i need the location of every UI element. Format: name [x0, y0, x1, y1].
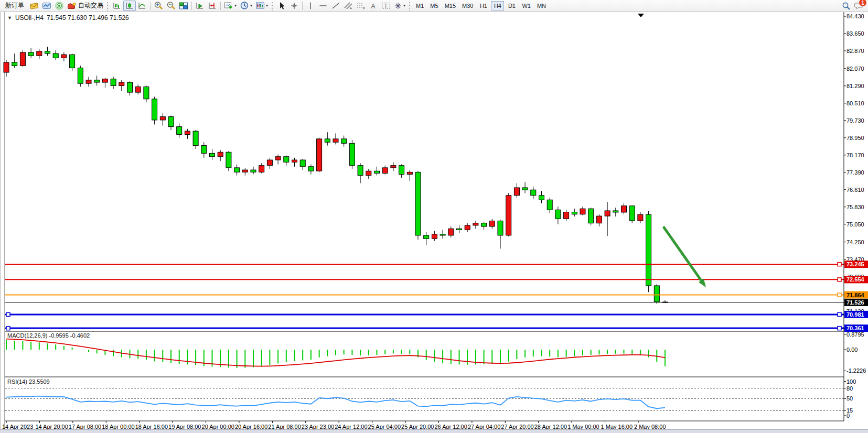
line-chart-button[interactable] [136, 1, 148, 11]
arrows-button[interactable]: ▾ [392, 1, 407, 11]
template-icon [255, 2, 265, 10]
channel-button[interactable]: E [342, 1, 355, 11]
templates-button[interactable]: ▾ [254, 1, 270, 11]
tile-windows-button[interactable] [177, 1, 190, 11]
candle-bear [111, 79, 116, 86]
candle-bull [267, 160, 272, 166]
cursor-button[interactable] [275, 1, 288, 11]
line-anchor[interactable] [838, 278, 841, 282]
timeframe-h4[interactable]: H4 [491, 1, 504, 10]
candle-bear [588, 209, 594, 223]
candle-bull [638, 214, 643, 221]
candle-bear [308, 167, 314, 171]
trend-arrow-object[interactable] [664, 228, 706, 287]
line-anchor[interactable] [6, 312, 10, 316]
candle-bear [78, 68, 83, 84]
candle-bull [185, 131, 190, 134]
candlestick-chart-icon [125, 2, 134, 10]
text-button[interactable]: A [367, 1, 380, 11]
timeframe-d1[interactable]: D1 [505, 1, 518, 10]
candle-bear [144, 87, 149, 99]
arrow-shaft[interactable] [664, 228, 701, 280]
timeframe-w1[interactable]: W1 [519, 1, 533, 10]
candle-bull [580, 209, 585, 214]
candle-bear [539, 196, 544, 200]
bar-chart-button[interactable] [111, 1, 123, 11]
horizontal-line-button[interactable] [317, 1, 329, 11]
autotrading-label: 自动交易 [78, 1, 103, 10]
zoom-out-button[interactable] [165, 1, 177, 11]
notifications-button[interactable]: 1 [852, 1, 865, 11]
candle-bull [407, 172, 412, 174]
window-resize-strip [0, 429, 868, 433]
candle-bear [613, 211, 618, 212]
one-click-trading-toggle-icon[interactable]: ▼ [7, 15, 12, 20]
signals-button[interactable] [53, 1, 66, 11]
line-anchor[interactable] [838, 312, 841, 316]
timeframe-m1[interactable]: M1 [413, 1, 426, 10]
candle-bull [119, 82, 124, 85]
candle-bull [596, 216, 602, 223]
cursor-icon [277, 2, 286, 10]
candle-bear [70, 55, 75, 68]
timeframe-m30[interactable]: M30 [459, 1, 476, 10]
mail-button[interactable] [28, 1, 40, 11]
chevron-down-icon: ▾ [266, 3, 268, 8]
candle-bear [572, 212, 577, 214]
trendline-button[interactable] [329, 1, 342, 11]
fibonacci-button[interactable]: F [355, 1, 367, 11]
price-tick-label: 76.610 [846, 187, 864, 193]
candles-layer [4, 47, 668, 304]
chart-shift-marker-icon[interactable] [638, 14, 644, 17]
line-anchor[interactable] [838, 293, 841, 297]
candle-bull [160, 117, 165, 120]
candle-bull [37, 51, 42, 56]
line-anchor[interactable] [838, 327, 841, 330]
toolbar: 新订单 自动交易 [0, 0, 868, 12]
candle-bear [374, 171, 380, 173]
timeframe-h1[interactable]: H1 [477, 1, 490, 10]
periods-button[interactable]: ▾ [238, 1, 254, 11]
candle-bull [259, 166, 264, 172]
axis-price-label-text: 71.526 [846, 299, 864, 306]
autotrading-button[interactable]: 自动交易 [66, 1, 105, 11]
zoom-in-button[interactable] [152, 1, 165, 11]
line-anchor[interactable] [6, 327, 10, 330]
chart-canvas[interactable]: 84.43083.65082.87082.07081.29080.51079.7… [0, 12, 868, 433]
price-tick-label: 79.730 [846, 117, 864, 124]
toolbar-separator [191, 2, 192, 10]
new-chart-button[interactable]: ▾ [222, 1, 238, 11]
line-anchor[interactable] [838, 263, 841, 266]
chevron-down-icon: ▾ [234, 3, 237, 8]
candle-bear [53, 53, 58, 58]
price-tick-label: 81.290 [846, 83, 864, 89]
candle-bear [358, 166, 363, 176]
candle-bear [251, 170, 256, 172]
chevron-down-icon: ▾ [250, 3, 252, 8]
timeframe-m15[interactable]: M15 [442, 1, 458, 10]
price-tick-label: 78.950 [846, 135, 864, 141]
candle-bear [226, 152, 231, 168]
timeframe-m5[interactable]: M5 [427, 1, 441, 10]
candle-bear [127, 82, 133, 92]
mt4-window: 新订单 自动交易 [0, 0, 868, 433]
text-icon: A [369, 2, 378, 10]
text-label-button[interactable]: T [380, 1, 392, 11]
rsi-line [6, 396, 665, 409]
new-order-button[interactable]: 新订单 [2, 1, 28, 11]
candlestick-chart-button[interactable] [123, 1, 136, 11]
timeframe-mn[interactable]: MN [534, 1, 549, 10]
chart-shift-button[interactable] [206, 1, 219, 11]
search-button[interactable] [840, 1, 852, 11]
candle-bull [432, 234, 437, 239]
vertical-line-button[interactable] [304, 1, 317, 11]
axis-price-label-text: 72.554 [846, 276, 865, 283]
candle-bull [564, 212, 569, 219]
auto-scroll-button[interactable] [194, 1, 206, 11]
crosshair-button[interactable] [288, 1, 301, 11]
market-watch-button[interactable] [40, 1, 53, 11]
candle-bear [325, 139, 330, 142]
date-axis[interactable]: 14 Apr 202314 Apr 20:0017 Apr 08:0018 Ap… [2, 421, 666, 430]
rsi-tick-label: 50 [846, 395, 853, 402]
svg-text:T: T [384, 3, 388, 9]
